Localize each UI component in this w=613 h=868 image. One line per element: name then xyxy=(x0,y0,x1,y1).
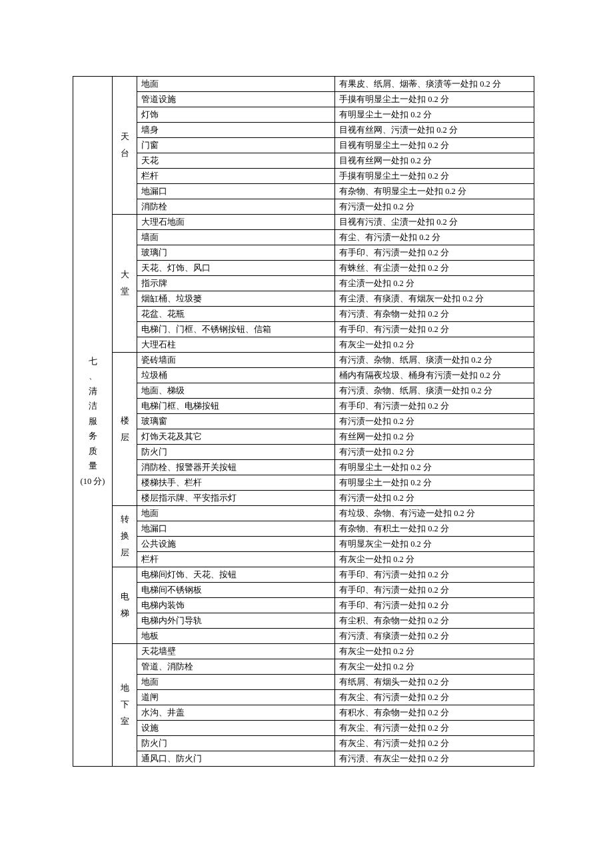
table-row: 地下室天花墙壁有灰尘一处扣 0.2 分 xyxy=(73,644,534,659)
table-row: 楼层指示牌、平安指示灯有污渍一处扣 0.2 分 xyxy=(73,491,534,506)
criteria: 有丝网一处扣 0.2 分 xyxy=(335,429,534,445)
item-name: 烟缸桶、垃圾篓 xyxy=(137,291,335,307)
criteria: 有手印、有污渍一处扣 0.2 分 xyxy=(335,399,534,414)
criteria: 目视有明显尘土一处扣 0.2 分 xyxy=(335,138,534,153)
item-name: 通风口、防火门 xyxy=(137,751,335,767)
item-name: 栏杆 xyxy=(137,552,335,567)
item-name: 地面 xyxy=(137,675,335,690)
item-name: 天花、灯饰、风口 xyxy=(137,261,335,276)
table-row: 防火门有灰尘、有污渍一处扣 0.2 分 xyxy=(73,736,534,751)
item-name: 消防栓、报警器开关按钮 xyxy=(137,460,335,475)
table-row: 消防栓、报警器开关按钮有明显尘土一处扣 0.2 分 xyxy=(73,460,534,475)
item-name: 花盆、花瓶 xyxy=(137,307,335,322)
table-row: 楼层瓷砖墙面有污渍、杂物、纸屑、痰渍一处扣 0.2 分 xyxy=(73,353,534,368)
criteria: 有尘积、有杂物一处扣 0.2 分 xyxy=(335,613,534,629)
item-name: 地面 xyxy=(137,77,335,92)
item-name: 灯饰 xyxy=(137,107,335,123)
item-name: 电梯内装饰 xyxy=(137,598,335,613)
table-row: 玻璃窗有污渍一处扣 0.2 分 xyxy=(73,414,534,429)
group-name: 楼层 xyxy=(113,353,137,506)
criteria: 有明显灰尘一处扣 0.2 分 xyxy=(335,537,534,552)
criteria: 有灰尘、有污渍一处扣 0.2 分 xyxy=(335,690,534,705)
criteria: 有污渍、有灰尘一处扣 0.2 分 xyxy=(335,751,534,767)
criteria: 目视有丝网一处扣 0.2 分 xyxy=(335,153,534,169)
item-name: 地面、梯级 xyxy=(137,383,335,399)
item-name: 玻璃窗 xyxy=(137,414,335,429)
item-name: 瓷砖墙面 xyxy=(137,353,335,368)
table-row: 地面有纸屑、有烟头一处扣 0.2 分 xyxy=(73,675,534,690)
criteria: 有纸屑、有烟头一处扣 0.2 分 xyxy=(335,675,534,690)
criteria: 有手印、有污渍一处扣 0.2 分 xyxy=(335,583,534,598)
criteria: 有蛛丝、有尘渍一处扣 0.2 分 xyxy=(335,261,534,276)
table-row: 垃圾桶桶内有隔夜垃圾、桶身有污渍一处扣 0.2 分 xyxy=(73,368,534,383)
criteria: 手摸有明显尘土一处扣 0.2 分 xyxy=(335,169,534,184)
item-name: 玻璃门 xyxy=(137,245,335,261)
table-row: 地漏口有杂物、有明显尘土一处扣 0.2 分 xyxy=(73,184,534,199)
item-name: 道闸 xyxy=(137,690,335,705)
table-row: 楼梯扶手、栏杆有明显尘土一处扣 0.2 分 xyxy=(73,475,534,491)
table-row: 灯饰有明显尘土一处扣 0.2 分 xyxy=(73,107,534,123)
item-name: 楼梯扶手、栏杆 xyxy=(137,475,335,491)
criteria: 有尘、有污渍一处扣 0.2 分 xyxy=(335,230,534,245)
criteria: 手摸有明显尘土一处扣 0.2 分 xyxy=(335,92,534,107)
table-row: 电梯内装饰有手印、有污渍一处扣 0.2 分 xyxy=(73,598,534,613)
criteria: 有灰尘一处扣 0.2 分 xyxy=(335,644,534,659)
table-row: 天花、灯饰、风口有蛛丝、有尘渍一处扣 0.2 分 xyxy=(73,261,534,276)
item-name: 墙面 xyxy=(137,230,335,245)
item-name: 天花墙壁 xyxy=(137,644,335,659)
criteria: 有明显尘土一处扣 0.2 分 xyxy=(335,460,534,475)
item-name: 设施 xyxy=(137,721,335,736)
criteria: 有明显尘土一处扣 0.2 分 xyxy=(335,475,534,491)
criteria: 有尘渍、有痰渍、有烟灰一处扣 0.2 分 xyxy=(335,291,534,307)
item-name: 天花 xyxy=(137,153,335,169)
item-name: 电梯门、门框、不锈钢按钮、信箱 xyxy=(137,322,335,337)
criteria: 有杂物、有积土一处扣 0.2 分 xyxy=(335,521,534,537)
item-name: 防火门 xyxy=(137,736,335,751)
criteria: 有积水、有杂物一处扣 0.2 分 xyxy=(335,705,534,721)
item-name: 地漏口 xyxy=(137,184,335,199)
group-name: 大堂 xyxy=(113,215,137,353)
criteria: 有灰尘一处扣 0.2 分 xyxy=(335,552,534,567)
criteria: 有灰尘、有污渍一处扣 0.2 分 xyxy=(335,736,534,751)
criteria: 有污渍、有杂物一处扣 0.2 分 xyxy=(335,307,534,322)
table-row: 墙身目视有丝网、污渍一处扣 0.2 分 xyxy=(73,123,534,138)
table-row: 道闸有灰尘、有污渍一处扣 0.2 分 xyxy=(73,690,534,705)
table-row: 电梯电梯间灯饰、天花、按钮有手印、有污渍一处扣 0.2 分 xyxy=(73,567,534,583)
criteria: 有手印、有污渍一处扣 0.2 分 xyxy=(335,245,534,261)
table-row: 栏杆有灰尘一处扣 0.2 分 xyxy=(73,552,534,567)
group-name: 转换层 xyxy=(113,506,137,567)
item-name: 管道设施 xyxy=(137,92,335,107)
table-row: 地面、梯级有污渍、杂物、纸屑、痰渍一处扣 0.2 分 xyxy=(73,383,534,399)
criteria: 有灰尘、有污渍一处扣 0.2 分 xyxy=(335,721,534,736)
criteria: 有灰尘一处扣 0.2 分 xyxy=(335,659,534,675)
item-name: 门窗 xyxy=(137,138,335,153)
criteria: 桶内有隔夜垃圾、桶身有污渍一处扣 0.2 分 xyxy=(335,368,534,383)
table-row: 电梯内外门导轨有尘积、有杂物一处扣 0.2 分 xyxy=(73,613,534,629)
table-row: 地漏口有杂物、有积土一处扣 0.2 分 xyxy=(73,521,534,537)
item-name: 垃圾桶 xyxy=(137,368,335,383)
item-name: 公共设施 xyxy=(137,537,335,552)
item-name: 电梯间不锈钢板 xyxy=(137,583,335,598)
table-row: 大理石柱有灰尘一处扣 0.2 分 xyxy=(73,337,534,353)
table-row: 指示牌有尘渍一处扣 0.2 分 xyxy=(73,276,534,291)
criteria: 目视有污渍、尘渍一处扣 0.2 分 xyxy=(335,215,534,230)
table-row: 天花目视有丝网一处扣 0.2 分 xyxy=(73,153,534,169)
item-name: 电梯间灯饰、天花、按钮 xyxy=(137,567,335,583)
table-row: 花盆、花瓶有污渍、有杂物一处扣 0.2 分 xyxy=(73,307,534,322)
table-row: 大堂大理石地面目视有污渍、尘渍一处扣 0.2 分 xyxy=(73,215,534,230)
table-row: 转换层地面有垃圾、杂物、有污迹一处扣 0.2 分 xyxy=(73,506,534,521)
table-row: 地板有污渍、有痰渍一处扣 0.2 分 xyxy=(73,629,534,644)
criteria: 有污渍一处扣 0.2 分 xyxy=(335,414,534,429)
criteria: 有尘渍一处扣 0.2 分 xyxy=(335,276,534,291)
item-name: 水沟、井盖 xyxy=(137,705,335,721)
item-name: 墙身 xyxy=(137,123,335,138)
criteria: 有污渍、杂物、纸屑、痰渍一处扣 0.2 分 xyxy=(335,353,534,368)
table-row: 栏杆手摸有明显尘土一处扣 0.2 分 xyxy=(73,169,534,184)
table-row: 门窗目视有明显尘土一处扣 0.2 分 xyxy=(73,138,534,153)
criteria: 有杂物、有明显尘土一处扣 0.2 分 xyxy=(335,184,534,199)
table-row: 电梯门框、电梯按钮有手印、有污渍一处扣 0.2 分 xyxy=(73,399,534,414)
item-name: 电梯内外门导轨 xyxy=(137,613,335,629)
item-name: 栏杆 xyxy=(137,169,335,184)
item-name: 楼层指示牌、平安指示灯 xyxy=(137,491,335,506)
group-name: 天台 xyxy=(113,77,137,215)
